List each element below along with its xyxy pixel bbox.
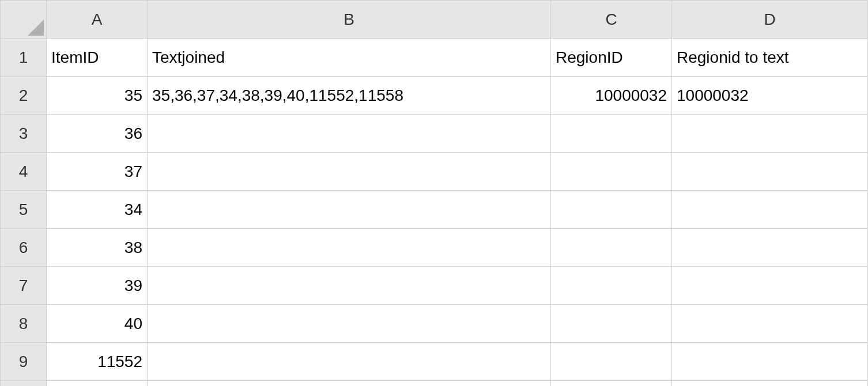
cell-D2[interactable]: 10000032 [672,77,868,115]
cell-B8[interactable] [148,305,551,343]
row-header-3[interactable]: 3 [1,115,47,153]
cell-B9[interactable] [148,343,551,381]
cell-A8[interactable]: 40 [47,305,148,343]
cell-A5[interactable]: 34 [47,191,148,229]
cell-D8[interactable] [672,305,868,343]
row-header-10[interactable]: 10 [1,381,47,387]
select-all-corner[interactable] [1,1,47,39]
row-header-7[interactable]: 7 [1,267,47,305]
cell-A2[interactable]: 35 [47,77,148,115]
row-header-8[interactable]: 8 [1,305,47,343]
cell-C3[interactable] [551,115,672,153]
cell-A6[interactable]: 38 [47,229,148,267]
spreadsheet-grid: A B C D 1 ItemID Textjoined RegionID Reg… [0,0,868,386]
cell-C8[interactable] [551,305,672,343]
row-header-5[interactable]: 5 [1,191,47,229]
cell-B4[interactable] [148,153,551,191]
cell-D4[interactable] [672,153,868,191]
cell-A7[interactable]: 39 [47,267,148,305]
cell-A10[interactable]: 11558 [47,381,148,387]
row-header-1[interactable]: 1 [1,39,47,77]
cell-C7[interactable] [551,267,672,305]
row-header-4[interactable]: 4 [1,153,47,191]
row-header-9[interactable]: 9 [1,343,47,381]
cell-C4[interactable] [551,153,672,191]
row-header-2[interactable]: 2 [1,77,47,115]
cell-D1[interactable]: Regionid to text [672,39,868,77]
col-header-C[interactable]: C [551,1,672,39]
col-header-B[interactable]: B [148,1,551,39]
cell-A4[interactable]: 37 [47,153,148,191]
cell-C9[interactable] [551,343,672,381]
cell-C6[interactable] [551,229,672,267]
cell-D10[interactable] [672,381,868,387]
cell-B2[interactable]: 35,36,37,34,38,39,40,11552,11558 [148,77,551,115]
cell-A9[interactable]: 11552 [47,343,148,381]
cell-B7[interactable] [148,267,551,305]
cell-C1[interactable]: RegionID [551,39,672,77]
cell-C10[interactable] [551,381,672,387]
cell-D7[interactable] [672,267,868,305]
cell-D3[interactable] [672,115,868,153]
cell-D5[interactable] [672,191,868,229]
cell-D6[interactable] [672,229,868,267]
col-header-A[interactable]: A [47,1,148,39]
cell-B10[interactable] [148,381,551,387]
cell-C5[interactable] [551,191,672,229]
row-header-6[interactable]: 6 [1,229,47,267]
cell-B1[interactable]: Textjoined [148,39,551,77]
cell-D9[interactable] [672,343,868,381]
cell-A3[interactable]: 36 [47,115,148,153]
cell-B3[interactable] [148,115,551,153]
select-all-triangle-icon [28,20,44,36]
cell-B5[interactable] [148,191,551,229]
cell-C2[interactable]: 10000032 [551,77,672,115]
col-header-D[interactable]: D [672,1,868,39]
cell-B6[interactable] [148,229,551,267]
cell-A1[interactable]: ItemID [47,39,148,77]
